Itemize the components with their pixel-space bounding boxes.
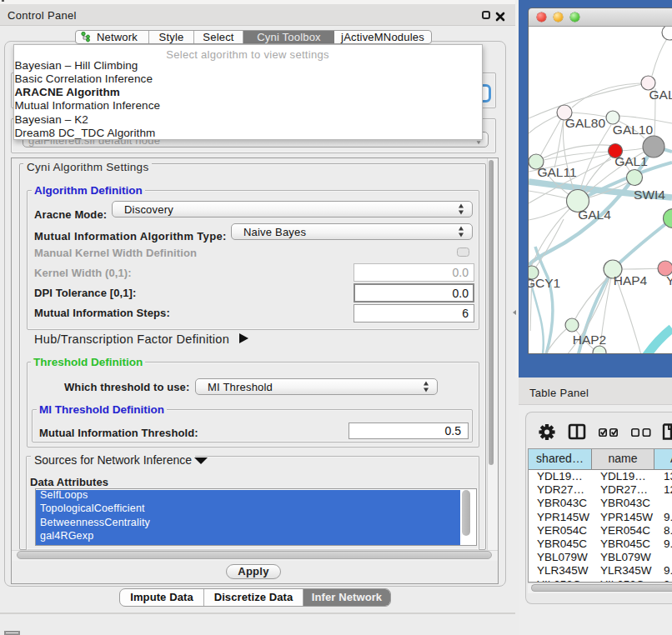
svg-text:GAL80: GAL80: [565, 116, 606, 130]
svg-text:GAL4: GAL4: [578, 208, 611, 222]
svg-text:SWI4: SWI4: [634, 188, 665, 202]
svg-text:GAL10: GAL10: [613, 122, 654, 137]
svg-text:GAL1: GAL1: [614, 154, 648, 168]
svg-text:HAP2: HAP2: [573, 332, 607, 347]
svg-text:GAL7: GAL7: [649, 88, 672, 102]
svg-text:GAL11: GAL11: [537, 165, 576, 179]
svg-text:HAP4: HAP4: [614, 273, 648, 288]
svg-text:YB: YB: [666, 273, 672, 288]
svg-text:GCY1: GCY1: [529, 276, 560, 290]
